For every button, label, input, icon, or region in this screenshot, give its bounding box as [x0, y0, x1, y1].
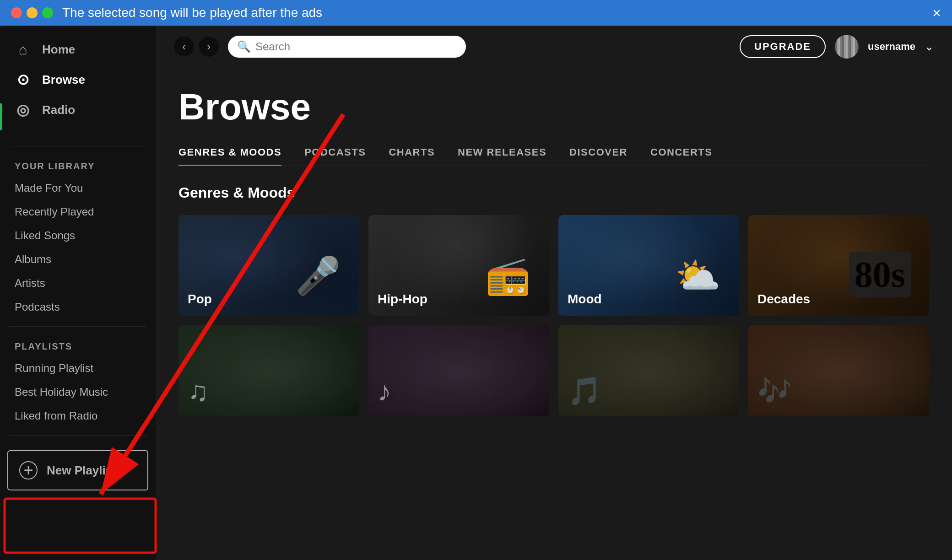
active-indicator: [0, 103, 2, 130]
top-bar-right: UPGRADE username ⌄: [740, 35, 934, 59]
genre-grid-row2: ♫ ♪ 🎵 🎶: [178, 325, 929, 416]
close-notification-button[interactable]: ×: [932, 5, 941, 20]
radio-icon: ◎: [15, 101, 31, 118]
sidebar-nav: ⌂ Home ⊙ Browse ◎ Radio: [0, 35, 156, 125]
mood-icon: ⛅: [675, 254, 721, 297]
your-library-title: YOUR LIBRARY: [0, 154, 156, 176]
sidebar-divider-2: [9, 326, 146, 327]
genre-card-mood[interactable]: ⛅ Mood: [558, 215, 739, 316]
genre-grid: 🎤 Pop 📻 Hip-Hop ⛅ Mood: [178, 215, 929, 316]
upgrade-button[interactable]: UPGRADE: [740, 35, 826, 58]
traffic-lights: [11, 7, 53, 18]
chevron-down-icon[interactable]: ⌄: [925, 40, 934, 53]
decades-icon: 80s: [849, 252, 911, 297]
back-button[interactable]: ‹: [174, 37, 194, 57]
genre-card-5[interactable]: ♫: [178, 325, 359, 416]
sidebar: ⌂ Home ⊙ Browse ◎ Radio YOUR LIBRARY Mad…: [0, 26, 156, 560]
tab-genres-moods[interactable]: GENRES & MOODS: [178, 146, 281, 166]
sidebar-item-browse[interactable]: ⊙ Browse: [9, 65, 146, 95]
search-bar[interactable]: 🔍: [228, 36, 466, 58]
section-title-genres: Genres & Moods: [178, 184, 929, 201]
sidebar-item-liked-from-radio[interactable]: Liked from Radio: [0, 404, 156, 428]
genre-card-hiphop[interactable]: 📻 Hip-Hop: [368, 215, 549, 316]
sidebar-item-home-label: Home: [42, 43, 75, 57]
playlists-title: PLAYLISTS: [0, 334, 156, 356]
tab-concerts[interactable]: CONCERTS: [650, 146, 712, 166]
hiphop-icon: 📻: [485, 254, 531, 297]
title-bar: The selected song will be played after t…: [0, 0, 952, 26]
genre-card-decades[interactable]: 80s Decades: [748, 215, 929, 316]
maximize-button[interactable]: [42, 7, 53, 18]
tab-discover[interactable]: DISCOVER: [569, 146, 627, 166]
tab-new-releases[interactable]: NEW RELEASES: [458, 146, 546, 166]
avatar[interactable]: [835, 35, 859, 59]
sidebar-item-podcasts[interactable]: Podcasts: [0, 295, 156, 319]
close-button[interactable]: [11, 7, 22, 18]
sidebar-item-running-playlist[interactable]: Running Playlist: [0, 356, 156, 380]
sidebar-item-browse-label: Browse: [42, 73, 85, 87]
genre-card-pop[interactable]: 🎤 Pop: [178, 215, 359, 316]
notification-message: The selected song will be played after t…: [62, 5, 932, 20]
sidebar-item-made-for-you[interactable]: Made For You: [0, 176, 156, 200]
genre-card-6[interactable]: ♪: [368, 325, 549, 416]
page-title: Browse: [178, 86, 929, 128]
genre-mood-label: Mood: [568, 292, 602, 307]
sidebar-item-albums[interactable]: Albums: [0, 248, 156, 271]
minimize-button[interactable]: [27, 7, 38, 18]
search-icon: 🔍: [237, 40, 251, 53]
browse-content: Browse GENRES & MOODS PODCASTS CHARTS NE…: [156, 68, 952, 560]
genre-decades-label: Decades: [757, 292, 810, 307]
search-input[interactable]: [255, 40, 457, 53]
forward-button[interactable]: ›: [199, 37, 219, 57]
sidebar-divider-1: [9, 146, 146, 146]
browse-icon: ⊙: [15, 71, 31, 88]
sidebar-item-recently-played[interactable]: Recently Played: [0, 200, 156, 224]
sidebar-item-radio-label: Radio: [42, 103, 75, 117]
genre-card-8[interactable]: 🎶: [748, 325, 929, 416]
browse-tabs: GENRES & MOODS PODCASTS CHARTS NEW RELEA…: [178, 146, 929, 166]
sidebar-item-home[interactable]: ⌂ Home: [9, 35, 146, 65]
home-icon: ⌂: [15, 41, 31, 58]
sidebar-item-liked-songs[interactable]: Liked Songs: [0, 224, 156, 248]
new-playlist-button[interactable]: + New Playlist: [7, 450, 148, 490]
genre-card-7[interactable]: 🎵: [558, 325, 739, 416]
tab-podcasts[interactable]: PODCASTS: [304, 146, 366, 166]
navigation-arrows: ‹ ›: [174, 37, 219, 57]
sidebar-item-radio[interactable]: ◎ Radio: [9, 95, 146, 125]
pop-icon: 🎤: [295, 254, 341, 297]
sidebar-item-artists[interactable]: Artists: [0, 271, 156, 295]
top-bar: ‹ › 🔍 UPGRADE username ⌄: [156, 26, 952, 68]
new-playlist-icon: +: [19, 461, 38, 479]
genre-pop-label: Pop: [188, 292, 212, 307]
main-content: ‹ › 🔍 UPGRADE username ⌄ Browse GENRES &: [156, 26, 952, 560]
sidebar-item-best-holiday-music[interactable]: Best Holiday Music: [0, 380, 156, 404]
new-playlist-label: New Playlist: [47, 463, 116, 478]
tab-charts[interactable]: CHARTS: [389, 146, 435, 166]
user-name: username: [868, 41, 915, 53]
avatar-image: [835, 35, 859, 59]
sidebar-divider-3: [9, 435, 146, 436]
genre-hiphop-label: Hip-Hop: [378, 292, 427, 307]
app-body: ⌂ Home ⊙ Browse ◎ Radio YOUR LIBRARY Mad…: [0, 26, 952, 560]
